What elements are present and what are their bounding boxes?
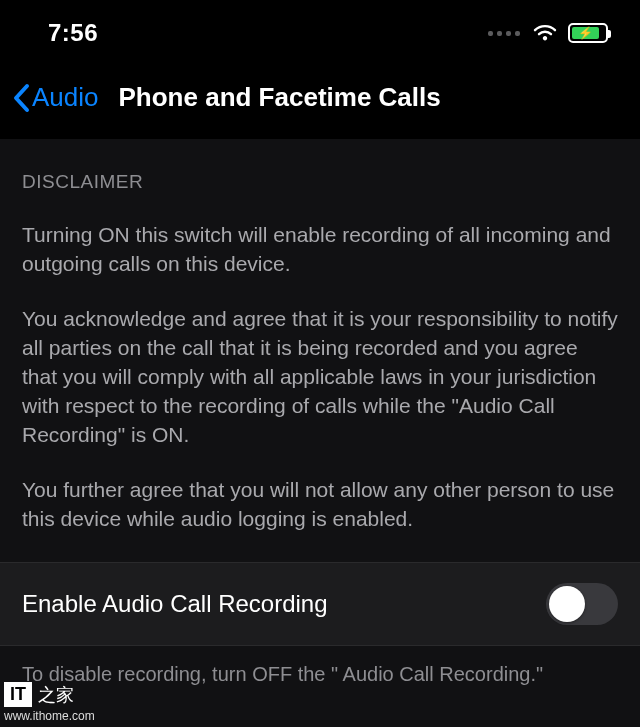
setting-row[interactable]: Enable Audio Call Recording xyxy=(0,562,640,646)
footer-text: To disable recording, turn OFF the " Aud… xyxy=(22,660,618,688)
nav-header: Audio Phone and Facetime Calls xyxy=(0,60,640,139)
watermark-url: www.ithome.com xyxy=(4,709,95,723)
watermark: IT 之家 www.ithome.com xyxy=(4,682,95,723)
setting-label: Enable Audio Call Recording xyxy=(22,590,328,618)
footer-section: To disable recording, turn OFF the " Aud… xyxy=(0,646,640,727)
back-label: Audio xyxy=(32,82,99,113)
status-bar: 7:56 ⚡ xyxy=(0,0,640,60)
toggle-switch[interactable] xyxy=(546,583,618,625)
toggle-knob xyxy=(549,586,585,622)
disclaimer-body: Turning ON this switch will enable recor… xyxy=(22,221,618,534)
chevron-left-icon xyxy=(12,83,32,113)
disclaimer-heading: DISCLAIMER xyxy=(22,171,618,193)
disclaimer-paragraph: Turning ON this switch will enable recor… xyxy=(22,221,618,279)
back-button[interactable]: Audio xyxy=(12,82,99,113)
battery-charging-icon: ⚡ xyxy=(568,23,608,43)
watermark-brand-right: 之家 xyxy=(38,683,74,707)
status-icons: ⚡ xyxy=(488,23,608,43)
page-title: Phone and Facetime Calls xyxy=(119,82,441,113)
signal-dots-icon xyxy=(488,31,520,36)
wifi-icon xyxy=(532,23,558,43)
disclaimer-paragraph: You further agree that you will not allo… xyxy=(22,476,618,534)
watermark-brand-left: IT xyxy=(4,682,32,707)
section-gap xyxy=(0,139,640,149)
status-time: 7:56 xyxy=(48,19,98,47)
disclaimer-section: DISCLAIMER Turning ON this switch will e… xyxy=(0,149,640,562)
disclaimer-paragraph: You acknowledge and agree that it is you… xyxy=(22,305,618,450)
